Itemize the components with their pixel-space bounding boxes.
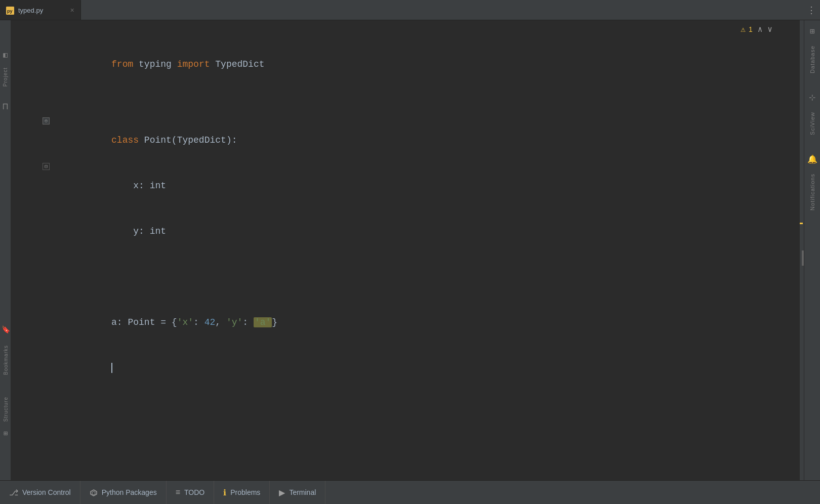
- line-content-8: [57, 254, 800, 269]
- keyword-from: from: [111, 59, 133, 69]
- file-icon: ⊓: [3, 101, 8, 112]
- structure-icon: ⊞: [4, 429, 8, 438]
- code-line-8: [11, 254, 804, 269]
- line-content-10: [57, 284, 800, 300]
- database-icon[interactable]: ⊞: [808, 24, 817, 38]
- problems-label: Problems: [230, 488, 260, 496]
- right-sidebar: ⊞ Database ⊹ SciView 🔔 Notifications: [804, 20, 820, 480]
- problems-button[interactable]: ℹ Problems: [214, 481, 270, 504]
- type-int-x: int: [150, 181, 166, 191]
- line-content-6: x: int: [57, 163, 800, 208]
- module-name: typing: [133, 59, 177, 69]
- error-value: 'a': [254, 317, 272, 327]
- scrollbar[interactable]: [800, 20, 804, 480]
- code-line-5: ⊖ class Point(TypedDict):: [11, 117, 804, 163]
- line-content-2: from typing import TypedDict: [57, 41, 800, 87]
- sidebar-item-notifications[interactable]: Notifications: [808, 171, 816, 214]
- sidebar-item-database[interactable]: Database: [808, 43, 816, 76]
- svg-text:py: py: [7, 9, 13, 14]
- version-control-icon: ⎇: [9, 488, 18, 497]
- line-content-3: [57, 87, 800, 102]
- todo-label: TODO: [184, 488, 204, 496]
- code-line-11: a: Point = {'x': 42, 'y': 'a'}: [11, 300, 804, 345]
- string-x-key: 'x': [177, 317, 193, 327]
- code-line-2: from typing import TypedDict: [11, 41, 804, 87]
- line-content-1: [57, 26, 800, 41]
- sidebar-item-project[interactable]: Project: [2, 63, 9, 91]
- todo-button[interactable]: ≡ TODO: [167, 481, 215, 504]
- status-bar: ⎇ Version Control Python Packages ≡ TODO…: [0, 480, 820, 504]
- tab-bar: py typed.py × ⋮: [0, 0, 820, 20]
- code-editor[interactable]: from typing import TypedDict ⊖ class Poi…: [11, 20, 804, 480]
- warning-bar: ⚠ 1 ∧ ∨: [734, 20, 778, 38]
- fold-button-5[interactable]: ⊖: [43, 117, 50, 124]
- notifications-icon[interactable]: 🔔: [805, 152, 819, 166]
- sciview-icon[interactable]: ⊹: [807, 91, 817, 105]
- tab-menu-button[interactable]: ⋮: [807, 0, 820, 20]
- file-tab[interactable]: py typed.py ×: [0, 0, 81, 20]
- text-cursor: [111, 363, 112, 373]
- type-int-y: int: [150, 226, 166, 236]
- todo-icon: ≡: [176, 488, 180, 497]
- bookmarks-icon[interactable]: 🔖: [2, 325, 10, 334]
- project-icon[interactable]: ◧: [3, 51, 7, 59]
- python-packages-icon: [90, 488, 98, 497]
- tab-close-button[interactable]: ×: [70, 7, 74, 15]
- code-line-10: [11, 284, 804, 300]
- code-line-4: [11, 102, 804, 117]
- prev-warning-button[interactable]: ∧: [758, 24, 763, 34]
- sidebar-item-bookmarks[interactable]: Bookmarks: [2, 341, 10, 379]
- imported-name: TypedDict: [210, 59, 264, 69]
- terminal-label: Terminal: [289, 488, 316, 496]
- string-y-key: 'y': [226, 317, 242, 327]
- code-line-7: y: int: [11, 208, 804, 254]
- code-line-9: [11, 269, 804, 284]
- sidebar-item-sciview[interactable]: SciView: [808, 109, 816, 138]
- editor-area: ⚠ 1 ∧ ∨ from typing import TypedDict: [11, 20, 804, 480]
- tab-label: typed.py: [18, 7, 43, 14]
- line-gutter-5: ⊖: [11, 117, 57, 124]
- number-42: 42: [204, 317, 216, 327]
- svg-marker-3: [92, 491, 95, 495]
- problems-icon: ℹ: [223, 488, 226, 497]
- terminal-button[interactable]: ▶ Terminal: [270, 481, 325, 504]
- python-packages-label: Python Packages: [102, 488, 157, 496]
- warning-icon: ⚠: [741, 24, 746, 34]
- line-content-9: [57, 269, 800, 284]
- line-content-7: y: int: [57, 208, 800, 254]
- keyword-class: class: [111, 135, 139, 145]
- scroll-thumb[interactable]: [802, 250, 804, 266]
- next-warning-button[interactable]: ∨: [767, 24, 772, 34]
- class-definition: Point(TypedDict):: [139, 135, 237, 145]
- line-content-11: a: Point = {'x': 42, 'y': 'a'}: [57, 300, 800, 345]
- left-sidebar-strip: ◧ Project ⊓ 🔖 Bookmarks Structure ⊞: [0, 20, 11, 480]
- main-area: ◧ Project ⊓ 🔖 Bookmarks Structure ⊞ ⚠ 1 …: [0, 20, 820, 480]
- code-line-1: [11, 26, 804, 41]
- version-control-button[interactable]: ⎇ Version Control: [0, 481, 80, 504]
- code-line-12: [11, 345, 804, 391]
- sidebar-item-structure[interactable]: Structure: [2, 393, 10, 426]
- line-content-4: [57, 102, 800, 117]
- version-control-label: Version Control: [22, 488, 71, 496]
- code-line-3: [11, 87, 804, 102]
- python-packages-button[interactable]: Python Packages: [80, 481, 167, 504]
- line-gutter-6: ⊟: [11, 163, 57, 170]
- fold-button-6[interactable]: ⊟: [43, 163, 50, 170]
- warning-scroll-marker: [800, 223, 803, 224]
- keyword-import: import: [177, 59, 210, 69]
- line-content-5: class Point(TypedDict):: [57, 117, 800, 163]
- python-file-icon: py: [6, 7, 14, 15]
- code-line-6: ⊟ x: int: [11, 163, 804, 208]
- warning-count: 1: [749, 25, 753, 33]
- terminal-icon: ▶: [279, 488, 285, 497]
- line-content-12: [57, 345, 800, 391]
